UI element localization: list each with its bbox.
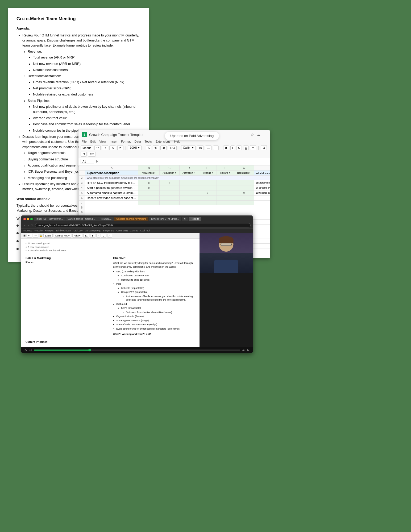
cell-e7[interactable]	[198, 201, 217, 205]
doc-underline-btn[interactable]: U	[101, 234, 106, 238]
tab-paid-ads[interactable]: Updates on Paid Advertising	[114, 217, 148, 221]
cell-h6[interactable]	[254, 196, 270, 201]
bookmark-gamma[interactable]: Gamma	[130, 229, 138, 232]
more-icon[interactable]: ⋮	[263, 132, 267, 137]
cell-d6[interactable]	[180, 196, 198, 201]
font-size-minus[interactable]: —	[205, 146, 212, 150]
italic-btn[interactable]: I	[230, 146, 235, 150]
doc-bold-btn[interactable]: B	[90, 234, 95, 238]
cell-b5[interactable]	[138, 190, 160, 196]
underline-btn[interactable]: A	[243, 146, 249, 150]
menu-file[interactable]: File	[82, 140, 87, 143]
bookmark-build-team[interactable]: Build your team	[56, 229, 71, 232]
bookmark-imported[interactable]: Imported	[23, 229, 32, 232]
cell-f5[interactable]	[217, 190, 234, 196]
cell-a4[interactable]: Start a podcast to generate awareness	[85, 185, 138, 190]
cell-a3[interactable]: Hire an SEO freelancer/agency to ramp up…	[85, 180, 138, 185]
cell-a7[interactable]	[85, 201, 138, 205]
minimize-btn[interactable]	[27, 218, 29, 220]
decimal-btn[interactable]: .0	[160, 146, 167, 150]
cell-g6[interactable]	[234, 196, 254, 201]
tab-fire[interactable]: Fire&Spa...	[97, 217, 114, 221]
cell-b7[interactable]	[138, 201, 160, 205]
col-header-h[interactable]: H	[254, 165, 270, 171]
cell-b1[interactable]: Awareness >	[138, 171, 160, 176]
tab-calendar[interactable]: Garrett Jestico - Calend...	[65, 217, 97, 221]
font-btn[interactable]: Calibri ▾	[181, 145, 196, 150]
bookmark-marketing[interactable]: Marketing Blogs	[85, 229, 101, 232]
menu-extensions[interactable]: Extensions	[155, 140, 170, 143]
cell-g5[interactable]: x	[234, 190, 254, 196]
cell-e4[interactable]	[198, 185, 217, 190]
cell-h3[interactable]: 15k total website visitors per month	[254, 180, 270, 185]
cell-f3[interactable]	[217, 180, 234, 185]
cell-e1[interactable]: Revenue >	[198, 171, 217, 176]
cell-f6[interactable]	[217, 196, 234, 201]
cell-d5[interactable]	[180, 190, 198, 196]
col-header-f[interactable]: F	[217, 165, 234, 171]
doc-redo-btn[interactable]: ↪	[33, 234, 38, 238]
cell-b4[interactable]: x	[138, 185, 160, 190]
doc-fontcolor-btn[interactable]: A	[107, 234, 112, 238]
cell-h1[interactable]: What does success look like? (Key s...	[254, 171, 270, 176]
undo-btn[interactable]: ↩	[94, 145, 101, 150]
cell-d3[interactable]	[180, 180, 198, 185]
cell-c3[interactable]: x	[160, 180, 180, 185]
close-btn[interactable]	[23, 218, 26, 220]
cell-e3[interactable]	[198, 180, 217, 185]
cell-h7[interactable]	[254, 201, 270, 205]
menu-insert[interactable]: Insert	[110, 140, 117, 143]
cell-c6[interactable]	[160, 196, 180, 201]
cell-c5[interactable]	[160, 190, 180, 196]
doc-fontsize-btn[interactable]: 11	[83, 234, 89, 238]
bookmark-storybrand[interactable]: StoryBrand	[103, 229, 114, 232]
col-header-e[interactable]: E	[198, 165, 217, 171]
borders-btn[interactable]: ⊞	[261, 145, 267, 150]
bookmark-community[interactable]: Community	[117, 229, 128, 232]
paint-btn[interactable]: ✂	[117, 145, 123, 150]
col-header-a[interactable]: A	[85, 165, 138, 171]
cell-h5[interactable]: 100 scores captured by end of next...	[254, 190, 270, 196]
menu-view[interactable]: View	[99, 140, 106, 143]
doc-undo-btn[interactable]: ↩	[27, 234, 32, 238]
url-input[interactable]: docs.google.com/document/d/1fxb27ECU5Dhe…	[35, 223, 251, 227]
menu-edit[interactable]: Edit	[90, 140, 96, 143]
cell-f7[interactable]	[217, 201, 234, 205]
cell-g4[interactable]	[234, 185, 254, 190]
maximize-btn[interactable]	[30, 218, 33, 220]
bookmark-utah[interactable]: Utah.gov	[73, 229, 82, 232]
cell-b6[interactable]	[138, 196, 160, 201]
cell-c4[interactable]	[160, 185, 180, 190]
tab-x[interactable]: ✕	[182, 217, 188, 221]
redo-btn[interactable]: ↪	[102, 145, 108, 150]
tab-reports[interactable]: Reports	[189, 217, 201, 221]
cell-a5[interactable]: Automated email to capture customer NPS …	[85, 190, 138, 196]
col-header-c[interactable]: C	[160, 165, 180, 171]
cell-f1[interactable]: Results >	[217, 171, 234, 176]
col-header-g[interactable]: G	[234, 165, 254, 171]
cell-c1[interactable]: Acquisition >	[160, 171, 180, 176]
cell-h4[interactable]: 5k streams by end of quarter	[254, 185, 270, 190]
cell-g1[interactable]: Reputation >	[234, 171, 254, 176]
cell-e6[interactable]	[198, 196, 217, 201]
doc-font-btn[interactable]: Arial ▾	[72, 234, 82, 238]
cell-d1[interactable]: Activation >	[180, 171, 198, 176]
currency-btn[interactable]: $	[146, 146, 151, 150]
align-btn[interactable]: ≡ ▾	[88, 152, 96, 157]
font-size-plus[interactable]: +	[213, 146, 218, 150]
cell-f4[interactable]	[217, 185, 234, 190]
cell-e5[interactable]: x	[198, 190, 217, 196]
print-btn[interactable]: 🖨	[109, 146, 116, 150]
back-btn[interactable]: ←	[23, 224, 26, 227]
cell-b3[interactable]: x	[138, 180, 160, 185]
star-icon[interactable]: ☆	[251, 132, 254, 137]
cell-d4[interactable]	[180, 185, 198, 190]
bold-btn[interactable]: B	[223, 146, 229, 150]
color-btn[interactable]: ✏	[250, 145, 256, 150]
percent-btn[interactable]: %	[153, 146, 159, 150]
cell-c7[interactable]	[160, 201, 180, 205]
bookmark-website[interactable]: Website	[35, 229, 43, 232]
strikethrough-btn[interactable]: S	[236, 146, 242, 150]
cell-g3[interactable]	[234, 180, 254, 185]
doc-style-btn[interactable]: Normal text ▾	[54, 234, 71, 238]
